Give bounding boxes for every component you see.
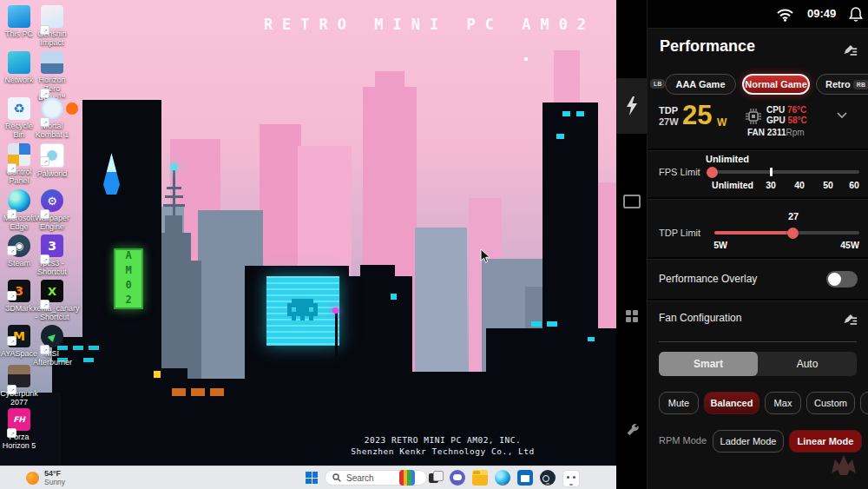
building xyxy=(375,71,404,97)
this-pc-icon xyxy=(8,5,30,28)
billboard-scanlines xyxy=(266,276,339,346)
clock: 09:49 xyxy=(807,7,836,20)
tdp-max-label: 45W xyxy=(840,240,859,250)
pagoda-beacon xyxy=(171,164,177,170)
tdp-slider-fill xyxy=(714,231,793,235)
quick-access-sidebar xyxy=(616,0,648,489)
pagoda-tier xyxy=(163,204,185,207)
widgets-icon[interactable] xyxy=(399,470,415,486)
antenna-light xyxy=(332,307,339,314)
edit-fan-icon[interactable] xyxy=(843,312,858,326)
am02-sign-text: AM02 xyxy=(122,249,135,308)
rb-shoulder-badge: RB xyxy=(853,80,868,89)
tdp-slider-thumb[interactable] xyxy=(787,228,799,239)
desktop-icon-wallpaper-engine[interactable]: Wallpaper Engine xyxy=(33,189,71,231)
fps-slider-track[interactable] xyxy=(710,170,859,174)
chevron-down-icon[interactable] xyxy=(837,112,847,119)
microsoft-store-icon[interactable] xyxy=(517,470,533,486)
grid-icon xyxy=(626,310,638,322)
panel-title: Performance xyxy=(660,37,755,56)
lightning-icon xyxy=(625,96,638,116)
windows-start-button[interactable] xyxy=(306,472,318,484)
desktop-icon-mortal-kombat-1[interactable]: Mortal Kombat 1 xyxy=(33,97,71,139)
overlay-card: Performance Overlay xyxy=(648,259,868,299)
fps-current-value: Unlimited xyxy=(702,154,753,164)
file-explorer-icon[interactable] xyxy=(472,470,488,486)
desktop-icon-label: xenia_canary - Shortcut xyxy=(33,304,71,321)
edge-taskbar-icon[interactable] xyxy=(495,470,510,486)
shortcut-arrow-icon xyxy=(40,345,49,354)
shortcut-arrow-icon xyxy=(7,428,16,438)
tdp-limit-card: 27 TDP Limit 5W 45W xyxy=(648,199,868,257)
window-light xyxy=(172,388,186,396)
window-light xyxy=(556,134,564,139)
desktop-icon-palworld[interactable]: Palworld xyxy=(33,143,71,178)
game-app-icon[interactable] xyxy=(562,470,580,487)
cyan-billboard xyxy=(266,276,339,346)
desktop-icon-msi-afterburner[interactable]: MSI Afterburner xyxy=(33,325,71,367)
pixel-invader-glyph xyxy=(287,299,292,303)
shortcut-arrow-icon xyxy=(7,385,16,394)
copyright-line2: Shenzhen Kenkr Technology Co., Ltd xyxy=(308,446,577,457)
shortcut-arrow-icon xyxy=(7,163,16,173)
pagoda-tier xyxy=(167,187,181,189)
tdp-current-value: 25 xyxy=(682,100,712,131)
cpu-chip-icon xyxy=(746,109,761,124)
preset-label: Max xyxy=(774,398,792,408)
fan-preset-custom[interactable]: Custom xyxy=(806,392,855,414)
rpm-mode-ladder[interactable]: Ladder Mode xyxy=(713,430,784,453)
mode-button-retro[interactable]: Retro RB xyxy=(816,74,868,95)
fan-preset-balanced[interactable]: Balanced xyxy=(704,392,760,414)
screen: AM02 RETRO MINI PC AM02 2023 RETRO MINI … xyxy=(0,0,868,489)
desktop-icon-xenia-canary[interactable]: xenia_canary - Shortcut xyxy=(33,280,71,321)
fps-tick: 40 xyxy=(794,180,805,190)
wifi-icon[interactable] xyxy=(776,8,794,22)
fps-slider-thumb[interactable] xyxy=(707,167,718,178)
antenna xyxy=(335,313,338,356)
tdp-limit-label: TDP Limit xyxy=(659,228,700,238)
mode-button-normal-game[interactable]: Normal Game xyxy=(742,74,810,95)
performance-overlay-toggle[interactable] xyxy=(826,271,858,287)
shortcut-arrow-icon xyxy=(40,209,49,219)
mode-label: AAA Game xyxy=(675,79,725,89)
running-indicator xyxy=(501,483,504,486)
panel-status-bar: 09:49 xyxy=(648,0,868,28)
fan-preset-mute[interactable]: Mute xyxy=(659,392,699,414)
overlay-region: 09:49 Performance LB AAA Game Normal Gam… xyxy=(616,0,868,489)
rpm-mode-option-label: Linear Mode xyxy=(798,436,854,446)
sidebar-tab-display[interactable] xyxy=(616,174,647,229)
running-indicator xyxy=(569,484,573,486)
desktop-icon-rpcs3[interactable]: rpcs3 - Shortcut xyxy=(33,235,71,276)
window-light xyxy=(531,321,542,327)
desktop-icon-forza-horizon-5[interactable]: Forza Horizon 5 xyxy=(0,408,38,450)
weather-widget[interactable]: 54°F Sunny xyxy=(26,469,65,486)
chat-icon[interactable] xyxy=(450,470,465,486)
mode-button-aaa-game[interactable]: AAA Game xyxy=(665,74,736,95)
sidebar-tab-performance[interactable] xyxy=(616,78,647,134)
task-view-icon[interactable] xyxy=(427,470,443,486)
edit-performance-icon[interactable] xyxy=(843,43,858,56)
sidebar-tab-tools[interactable] xyxy=(616,401,647,457)
rpm-mode-linear[interactable]: Linear Mode xyxy=(789,430,862,453)
preset-label: Custom xyxy=(814,398,847,408)
segment-auto[interactable]: Auto xyxy=(758,352,857,376)
wallpaper-copyright: 2023 RETRO MINI PC AM02, INC. Shenzhen K… xyxy=(308,434,577,457)
sidebar-tab-apps[interactable] xyxy=(616,288,647,344)
fan-preset-partial[interactable]: 1 xyxy=(860,392,868,414)
toggle-knob xyxy=(828,273,841,286)
fps-tick: 30 xyxy=(766,180,776,190)
window-light xyxy=(562,111,570,116)
steam-taskbar-icon[interactable] xyxy=(540,470,556,486)
sparkle xyxy=(524,57,528,61)
window-light xyxy=(547,321,557,327)
desktop-icon-genshin-impact[interactable]: Genshin Impact xyxy=(33,5,71,47)
window-light xyxy=(391,294,397,300)
bell-icon[interactable] xyxy=(849,6,863,23)
segment-smart[interactable]: Smart xyxy=(659,352,758,376)
window-light xyxy=(191,388,205,396)
desktop-icon-label: rpcs3 - Shortcut xyxy=(33,259,71,276)
desktop-icon-cyberpunk-2077[interactable]: Cyberpunk 2077 xyxy=(0,365,38,406)
fan-configuration-label: Fan Configuration xyxy=(659,312,741,324)
fan-preset-max[interactable]: Max xyxy=(765,392,801,414)
performance-panel: 09:49 Performance LB AAA Game Normal Gam… xyxy=(648,0,868,489)
